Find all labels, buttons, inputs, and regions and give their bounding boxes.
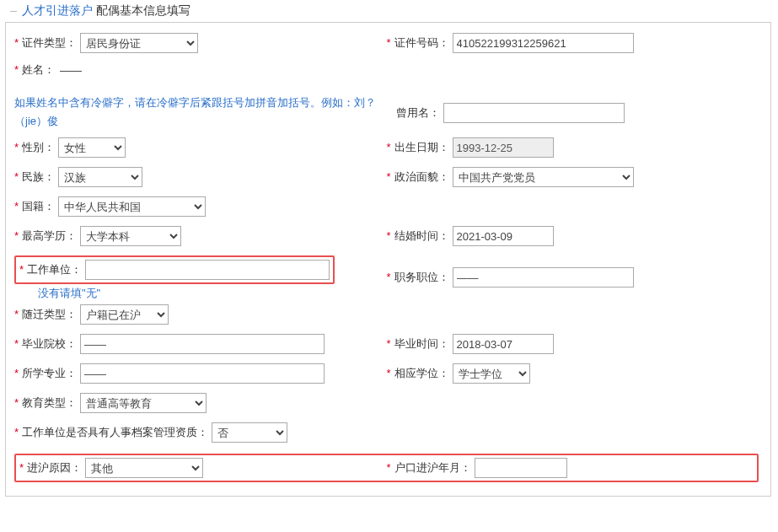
name-value: —— — [58, 64, 82, 77]
edutype-label: 教育类型： — [14, 395, 80, 411]
work-input[interactable] — [85, 260, 330, 280]
migrate-select[interactable]: 户籍已在沪 — [80, 304, 169, 325]
work-label: 工作单位： — [19, 262, 85, 277]
idno-input[interactable] — [453, 33, 634, 53]
reason-select[interactable]: 其他 — [85, 458, 203, 478]
political-label: 政治面貌： — [387, 169, 453, 185]
gender-select[interactable]: 女性 — [58, 137, 126, 158]
archive-label: 工作单位是否具有人事档案管理资质： — [14, 425, 212, 440]
name-hint: 如果姓名中含有冷僻字，请在冷僻字后紧跟括号加拼音加括号。例如：刘？（jie）俊 — [14, 92, 377, 134]
country-label: 国籍： — [14, 199, 58, 214]
country-select[interactable]: 中华人民共和国 — [58, 196, 206, 217]
position-label: 职务职位： — [387, 270, 453, 285]
formername-label: 曾用名： — [387, 105, 443, 121]
inshdate-input[interactable] — [475, 458, 567, 478]
migrate-label: 随迁类型： — [14, 307, 80, 322]
formername-input[interactable] — [443, 103, 625, 123]
school-input[interactable] — [80, 334, 325, 354]
major-label: 所学专业： — [14, 366, 80, 381]
nation-label: 民族： — [14, 169, 58, 185]
edutype-select[interactable]: 普通高等教育 — [80, 393, 207, 413]
gradtime-input[interactable] — [453, 334, 554, 354]
position-input[interactable] — [453, 267, 634, 287]
major-input[interactable] — [80, 363, 325, 384]
birth-input — [453, 137, 554, 158]
gradtime-label: 毕业时间： — [387, 336, 453, 352]
degree-label: 相应学位： — [387, 366, 453, 381]
form-container: 证件类型： 居民身份证 证件号码： 姓名： —— 如果姓名中含有冷僻字，请在冷僻… — [5, 22, 771, 497]
legend-category: 人才引进落户 — [22, 3, 93, 17]
edu-select[interactable]: 大学本科 — [80, 226, 181, 246]
political-select[interactable]: 中国共产党党员 — [453, 167, 634, 187]
idno-label: 证件号码： — [387, 35, 453, 51]
gender-label: 性别： — [14, 140, 58, 155]
work-hint: 没有请填"无" — [14, 286, 100, 301]
inshdate-label: 户口进沪年月： — [387, 460, 475, 476]
archive-select[interactable]: 否 — [212, 422, 287, 443]
birth-label: 出生日期： — [387, 140, 453, 155]
reason-label: 进沪原因： — [19, 460, 85, 476]
marrydate-input[interactable] — [453, 226, 554, 246]
nation-select[interactable]: 汉族 — [58, 167, 142, 187]
school-label: 毕业院校： — [14, 336, 80, 352]
idtype-label: 证件类型： — [14, 35, 80, 51]
marrydate-label: 结婚时间： — [387, 228, 453, 244]
degree-select[interactable]: 学士学位 — [453, 363, 530, 384]
form-legend: 人才引进落户 配偶基本信息填写 — [5, 3, 771, 19]
legend-title: 配偶基本信息填写 — [96, 3, 190, 17]
idtype-select[interactable]: 居民身份证 — [80, 33, 198, 53]
edu-label: 最高学历： — [14, 228, 80, 244]
name-label: 姓名： — [14, 62, 58, 78]
